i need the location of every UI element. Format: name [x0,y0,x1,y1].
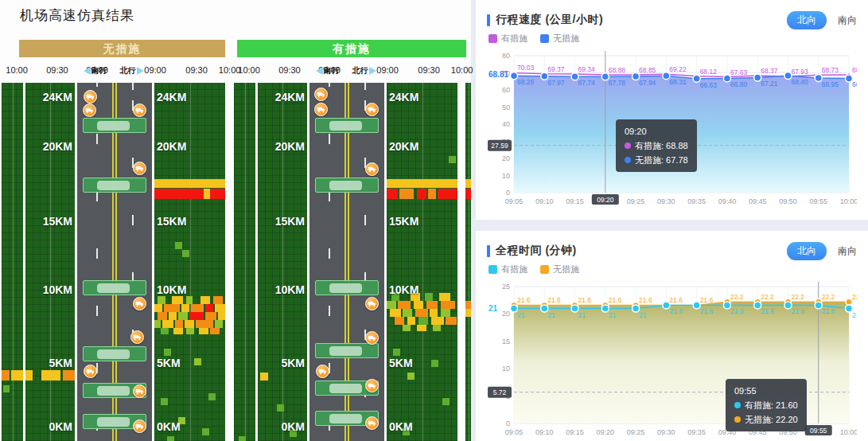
heat-cell [182,250,189,257]
incident-icon[interactable] [365,297,379,310]
blurred-text [97,417,130,427]
legend-label: 无措施 [553,33,579,45]
blurred-text [329,414,362,423]
incident-icon[interactable] [365,162,379,176]
incident-icon[interactable] [365,331,379,345]
time-tick-label: 09:00 [144,65,166,75]
incident-icon[interactable] [84,90,97,103]
tooltip-series-dot [734,416,741,423]
x-tick-label: 09:05 [505,428,524,436]
heat-cell [430,309,438,317]
northbound-label: 北行 [352,65,368,76]
km-label: 5KM [157,357,181,369]
incident-icon[interactable] [133,103,146,117]
tooltip-series-dot [625,142,631,149]
km-label: 0KM [281,420,305,433]
x-tick-label: 09:05 [505,197,524,205]
data-label: 22.2 [730,293,744,301]
incident-icon[interactable] [365,416,379,430]
y-tick-label: 15 [502,338,510,345]
markline-value: 5.72 [493,388,507,396]
x-tick-label: 09:50 [779,197,797,205]
northbound-direction: 北行 [352,65,376,76]
incident-icon[interactable] [84,365,97,378]
km-label: 20KM [389,140,418,153]
time-axis: 10:0009:3009:0009:0009:3010:00南行北行 [234,65,457,80]
heat-cell [199,328,208,334]
heat-cell [393,349,400,356]
incident-icon[interactable] [83,103,96,117]
axis-pointer-time: 09:55 [810,427,827,435]
data-label: 21.6 [609,296,622,304]
northbound-button[interactable]: 北向 [787,11,827,29]
panel-body: 24KM20KM15KM10KM5KM0KM24KM20KM15KM10KM5K… [2,83,225,441]
incident-icon[interactable] [133,420,146,433]
heat-cell [441,301,455,309]
incident-icon[interactable] [130,330,144,344]
data-label: 69.37 [547,65,565,73]
heat-cell [162,320,173,328]
heatmap-southbound: 24KM20KM15KM10KM5KM0KM [258,83,307,441]
legend-label: 无措施 [553,263,579,275]
southbound-label: 南行 [91,65,107,76]
incident-icon[interactable] [316,365,329,378]
heat-cell [164,349,171,356]
heat-cell [191,304,204,312]
road [77,83,152,441]
speed-chart[interactable]: 0102030405060708009:0509:1009:1509:2009:… [487,46,857,217]
km-label: 24KM [43,91,72,103]
heat-cell [407,373,415,380]
data-label: 67.78 [609,79,626,87]
data-label: 21.6 [578,296,592,304]
legend-item-with-measures[interactable]: 有措施 [488,263,527,275]
y-tick-label: 20 [502,310,510,318]
heat-cell [442,398,450,405]
time-gridline [190,83,191,441]
southbound-button[interactable]: 南向 [838,244,857,258]
incident-icon[interactable] [133,297,146,310]
incident-icon[interactable] [133,384,146,398]
incident-icon[interactable] [314,88,328,101]
legend-item-no-measures[interactable]: 无措施 [540,263,579,275]
data-label: 22.2 [822,293,835,301]
data-label: 66.77 [852,80,857,88]
legend-swatch [488,34,497,43]
data-label: 21.6 [669,307,683,315]
data-point[interactable] [846,299,852,305]
incident-icon[interactable] [314,103,328,116]
heat-cell [178,312,188,320]
northbound-button[interactable]: 北向 [787,242,827,260]
heat-cell [210,328,220,334]
heat-cell [173,328,183,334]
time-tick-label: 10:00 [6,65,28,75]
incident-icon[interactable] [365,103,379,116]
y-tick-label: 25 [502,283,510,291]
heat-cell [418,317,428,325]
km-label: 0KM [389,420,413,433]
time-tick-label: 09:30 [46,65,68,75]
heat-cell [441,309,450,317]
tooltip-row: 无措施: 22.20 [734,412,798,427]
incident-icon[interactable] [133,162,146,175]
legend-item-with-measures[interactable]: 有措施 [488,33,527,45]
right-arrow-icon [369,67,376,75]
legend-item-no-measures[interactable]: 无措施 [540,33,579,45]
southbound-direction: 南行 [316,65,340,76]
y-tick-label: 10 [502,365,510,373]
charts-section: 行程速度 (公里/小时) 北向 南向 有措施 无措施 0102030405060… [476,0,868,441]
x-tick-label: 09:25 [627,197,645,205]
heat-cell [154,320,161,328]
x-tick-label: 09:55 [809,197,827,205]
incident-icon[interactable] [365,379,379,392]
tooltip-row: 有措施: 21.60 [734,398,798,412]
heatmap-outer-left [2,83,23,441]
heat-cell [154,189,204,199]
speed-chart-title: 行程速度 (公里/小时) [496,13,603,27]
gantry-label [315,118,380,133]
southbound-button[interactable]: 南向 [838,14,857,27]
km-label: 0KM [49,420,72,433]
data-label: 68.37 [761,67,778,75]
travel-time-chart[interactable]: 051015202509:0509:1009:1509:2009:2509:30… [487,277,857,441]
data-label: 21.6 [822,307,835,315]
heatmap-southbound: 24KM20KM15KM10KM5KM0KM [25,83,75,441]
